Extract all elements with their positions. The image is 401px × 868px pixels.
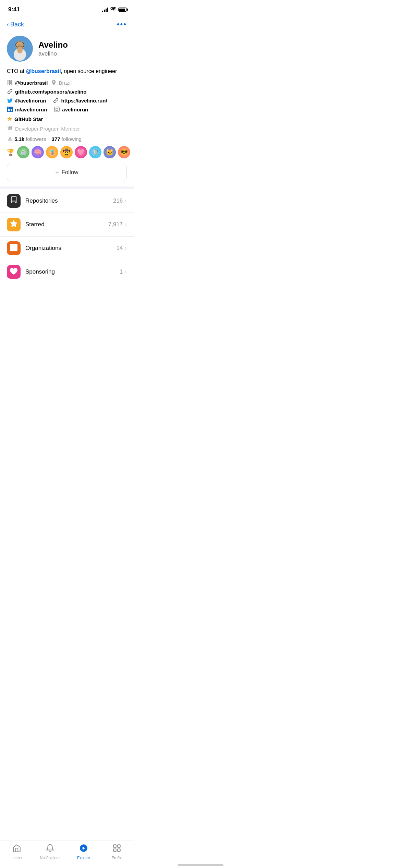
dev-program-label: Developer Program Member (15, 126, 80, 132)
repo-icon (10, 196, 17, 206)
dev-program-row: Developer Program Member (7, 125, 127, 132)
plus-icon: + (55, 169, 59, 176)
link-icon (7, 88, 13, 95)
twitter-icon (7, 97, 13, 104)
detail-row-org-location: @buserbrasil Brazil (7, 80, 127, 86)
battery-icon (118, 8, 127, 12)
sponsoring-item[interactable]: Sponsoring 1 › (0, 260, 134, 284)
organizations-label: Organizations (25, 245, 116, 252)
linkedin-text[interactable]: in/avelinorun (15, 107, 47, 112)
instagram-item: avelinorun (54, 106, 88, 112)
detail-row-linkedin-instagram: in/avelinorun avelinorun (7, 106, 127, 112)
followers-label: followers (26, 136, 46, 142)
profile-header: Avelino avelino CTO at @buserbrasil, ope… (0, 33, 134, 186)
status-bar: 9:41 (0, 0, 134, 17)
badge-5[interactable]: 🛡️ (89, 146, 101, 158)
building-icon (7, 80, 13, 86)
star-label: GitHub Star (14, 116, 43, 122)
profile-top: Avelino avelino (7, 36, 127, 62)
svg-point-7 (17, 47, 23, 53)
instagram-text[interactable]: avelinorun (62, 107, 88, 112)
star-filled-icon: ★ (7, 115, 12, 123)
back-button[interactable]: ‹ Back (7, 21, 24, 28)
heart-icon (10, 267, 17, 277)
display-name: Avelino (38, 40, 68, 50)
following-count[interactable]: 377 (52, 136, 60, 142)
username: avelino (38, 50, 68, 57)
badge-list: 🍵 🧠 🧋 🤠 🩷 🛡️ 🐱 😎 (17, 146, 130, 158)
detail-row-social: @avelinorun https://avelino.run/ (7, 97, 127, 104)
location-item: Brazil (51, 80, 72, 86)
twitter-item: @avelinorun (7, 97, 46, 104)
profile-names: Avelino avelino (38, 40, 68, 57)
starred-icon-wrap (7, 218, 21, 231)
avatar (7, 36, 33, 62)
person-icon (7, 136, 13, 142)
organizations-icon-wrap (7, 241, 21, 255)
starred-label: Starred (25, 221, 108, 228)
badge-2[interactable]: 🧋 (46, 146, 58, 158)
bio: CTO at @buserbrasil, open source enginee… (7, 67, 127, 75)
website-item: github.com/sponsors/avelino (7, 88, 86, 95)
instagram-icon (54, 106, 60, 112)
badge-1[interactable]: 🧠 (32, 146, 44, 158)
repositories-label: Repositories (25, 197, 113, 204)
badge-4[interactable]: 🩷 (75, 146, 87, 158)
repositories-icon-wrap (7, 194, 21, 208)
organizations-item[interactable]: Organizations 14 › (0, 237, 134, 260)
follow-label: Follow (61, 169, 78, 176)
starred-item[interactable]: Starred 7,917 › (0, 213, 134, 237)
linkedin-item: in/avelinorun (7, 106, 47, 112)
website-text[interactable]: github.com/sponsors/avelino (15, 89, 86, 95)
org-item: @buserbrasil (7, 80, 48, 86)
more-button[interactable]: ••• (117, 20, 127, 29)
linkedin-icon (7, 106, 13, 112)
sponsoring-count: 1 (120, 268, 123, 275)
back-label: Back (10, 21, 24, 28)
location-icon (51, 80, 57, 86)
detail-row-website: github.com/sponsors/avelino (7, 88, 127, 95)
org-icon (10, 244, 17, 253)
badge-0[interactable]: 🍵 (17, 146, 29, 158)
nav-bar: ‹ Back ••• (0, 17, 134, 33)
menu-list: Repositories 216 › Starred 7,917 › Organ… (0, 189, 134, 284)
chip-icon (7, 125, 13, 132)
location-text: Brazil (59, 80, 72, 86)
section-divider (0, 186, 134, 189)
personal-site-item: https://avelino.run/ (53, 97, 107, 104)
starred-chevron: › (125, 221, 127, 228)
badge-3[interactable]: 🤠 (60, 146, 73, 158)
twitter-text[interactable]: @avelinorun (15, 98, 46, 104)
sponsoring-icon-wrap (7, 265, 21, 279)
starred-count: 7,917 (108, 221, 123, 228)
bio-link[interactable]: @buserbrasil (26, 68, 61, 74)
repositories-chevron: › (125, 197, 127, 204)
status-time: 9:41 (8, 6, 20, 13)
followers-count[interactable]: 5.1k (14, 136, 24, 142)
achievements-row: 🏆 🍵 🧠 🧋 🤠 🩷 🛡️ 🐱 😎 (7, 146, 127, 158)
badge-6[interactable]: 🐱 (104, 146, 116, 158)
github-star-row: ★ GitHub Star (7, 115, 127, 123)
personal-site-text[interactable]: https://avelino.run/ (61, 98, 107, 104)
wifi-icon (110, 7, 116, 13)
org-text[interactable]: @buserbrasil (15, 80, 48, 86)
star-icon (10, 220, 17, 229)
status-icons (102, 7, 127, 13)
sponsoring-chevron: › (125, 268, 127, 275)
follow-button[interactable]: + Follow (7, 164, 127, 181)
repositories-count: 216 (113, 197, 123, 204)
sponsoring-label: Sponsoring (25, 268, 120, 275)
repositories-item[interactable]: Repositories 216 › (0, 189, 134, 213)
signal-icon (102, 7, 108, 12)
trophy-icon: 🏆 (7, 148, 14, 156)
organizations-chevron: › (125, 245, 127, 252)
badge-7[interactable]: 😎 (118, 146, 130, 158)
followers-row: 5.1k followers · 377 following (7, 136, 127, 142)
following-label: following (62, 136, 82, 142)
organizations-count: 14 (116, 245, 123, 252)
back-chevron-icon: ‹ (7, 21, 9, 28)
link2-icon (53, 97, 59, 104)
profile-details: @buserbrasil Brazil github.com/sponsors (7, 80, 127, 132)
